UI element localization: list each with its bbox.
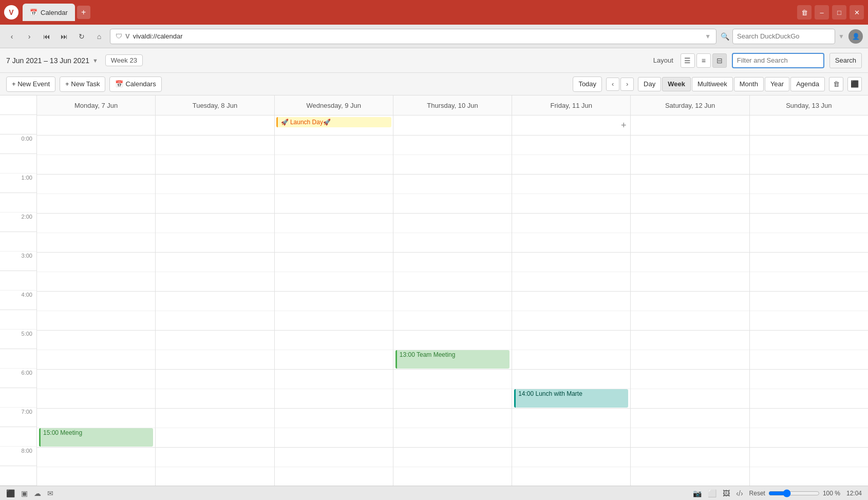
cell[interactable] — [631, 253, 749, 272]
new-tab-button[interactable]: + — [77, 6, 90, 19]
cell[interactable] — [275, 311, 393, 331]
cell[interactable] — [156, 214, 274, 233]
cell[interactable] — [156, 467, 274, 486]
cell[interactable] — [631, 292, 749, 311]
media-icon[interactable]: 🖼 — [723, 489, 730, 497]
cell[interactable] — [393, 175, 512, 194]
lunch-marte-event[interactable]: 14:00 Lunch with Marte — [514, 389, 628, 408]
view-multiweek-button[interactable]: Multiweek — [692, 77, 733, 91]
cell[interactable] — [393, 389, 512, 409]
cell[interactable] — [512, 409, 630, 428]
cell[interactable] — [275, 194, 393, 214]
cell[interactable] — [275, 253, 393, 272]
cell[interactable] — [750, 194, 868, 214]
cell[interactable] — [37, 175, 155, 194]
cell[interactable] — [156, 175, 274, 194]
reset-label[interactable]: Reset — [749, 490, 765, 497]
cell[interactable] — [156, 448, 274, 467]
cell[interactable] — [512, 292, 630, 311]
view-month-button[interactable]: Month — [734, 77, 764, 91]
cell[interactable] — [631, 311, 749, 331]
cell[interactable] — [750, 292, 868, 311]
cell[interactable] — [275, 370, 393, 389]
layout-btn-3[interactable]: ⊟ — [712, 53, 727, 68]
cell[interactable] — [393, 448, 512, 467]
cell[interactable] — [512, 253, 630, 272]
cell[interactable] — [37, 214, 155, 233]
view-week-button[interactable]: Week — [662, 77, 691, 91]
cell[interactable] — [275, 292, 393, 311]
mail-icon[interactable]: ✉ — [47, 489, 53, 497]
cell[interactable] — [512, 155, 630, 175]
prev-week-button[interactable]: ‹ — [606, 78, 619, 91]
cell[interactable] — [156, 292, 274, 311]
cell[interactable] — [750, 428, 868, 448]
cell[interactable] — [37, 155, 155, 175]
cell[interactable] — [156, 136, 274, 155]
cell[interactable] — [37, 350, 155, 370]
calendars-button[interactable]: 📅 Calendars — [109, 76, 161, 92]
cell[interactable] — [631, 233, 749, 253]
search-nav-input[interactable] — [732, 29, 835, 44]
close-button[interactable]: ✕ — [850, 5, 864, 20]
view-agenda-button[interactable]: Agenda — [790, 77, 825, 91]
cell[interactable] — [393, 467, 512, 486]
cell[interactable] — [750, 136, 868, 155]
cell[interactable] — [631, 448, 749, 467]
cell[interactable] — [750, 272, 868, 292]
cell[interactable] — [512, 214, 630, 233]
cell[interactable] — [275, 233, 393, 253]
cell[interactable] — [750, 389, 868, 409]
cell[interactable] — [275, 136, 393, 155]
cell[interactable] — [37, 136, 155, 155]
compact-button[interactable]: ⬛ — [847, 77, 862, 91]
cell[interactable] — [156, 194, 274, 214]
cell[interactable] — [393, 331, 512, 350]
cell[interactable] — [512, 467, 630, 486]
cell[interactable] — [156, 350, 274, 370]
cell[interactable] — [750, 214, 868, 233]
sidebar-toggle-icon[interactable]: ⬛ — [6, 489, 15, 497]
cell[interactable] — [37, 467, 155, 486]
filter-search-input[interactable] — [732, 53, 824, 68]
cell[interactable] — [275, 448, 393, 467]
sync-icon[interactable]: ☁ — [34, 489, 41, 497]
home-button[interactable]: ⌂ — [92, 30, 106, 43]
cell[interactable] — [393, 272, 512, 292]
layout-btn-1[interactable]: ☰ — [681, 53, 695, 68]
cell[interactable] — [37, 233, 155, 253]
view-year-button[interactable]: Year — [765, 77, 789, 91]
add-event-fri[interactable]: + — [621, 120, 627, 131]
cell[interactable] — [275, 214, 393, 233]
minimize-button[interactable]: – — [815, 5, 829, 20]
cell[interactable] — [393, 136, 512, 155]
cell[interactable] — [393, 233, 512, 253]
cell[interactable] — [631, 194, 749, 214]
cell[interactable] — [750, 155, 868, 175]
calendar-tab[interactable]: 📅 Calendar — [23, 4, 75, 21]
cell[interactable] — [631, 155, 749, 175]
cell[interactable] — [156, 155, 274, 175]
cell[interactable] — [37, 448, 155, 467]
screenshot-icon[interactable]: 📷 — [693, 489, 702, 497]
cell[interactable] — [512, 175, 630, 194]
code-icon[interactable]: ‹/› — [736, 489, 743, 497]
cell[interactable] — [156, 311, 274, 331]
cell[interactable] — [512, 194, 630, 214]
skip-forward-button[interactable]: ⏭ — [58, 30, 71, 43]
cell[interactable] — [156, 253, 274, 272]
date-range[interactable]: 7 Jun 2021 – 13 Jun 2021 ▼ — [6, 56, 98, 65]
cell[interactable] — [631, 428, 749, 448]
cell[interactable] — [275, 350, 393, 370]
cell[interactable] — [512, 448, 630, 467]
cell[interactable] — [37, 272, 155, 292]
cell[interactable] — [156, 331, 274, 350]
layout-btn-2[interactable]: ≡ — [696, 53, 711, 68]
cell[interactable] — [750, 253, 868, 272]
cell[interactable] — [275, 155, 393, 175]
cell[interactable] — [156, 233, 274, 253]
cell[interactable] — [512, 233, 630, 253]
cell[interactable] — [631, 175, 749, 194]
search-button[interactable]: Search — [829, 53, 862, 68]
cell[interactable] — [393, 155, 512, 175]
